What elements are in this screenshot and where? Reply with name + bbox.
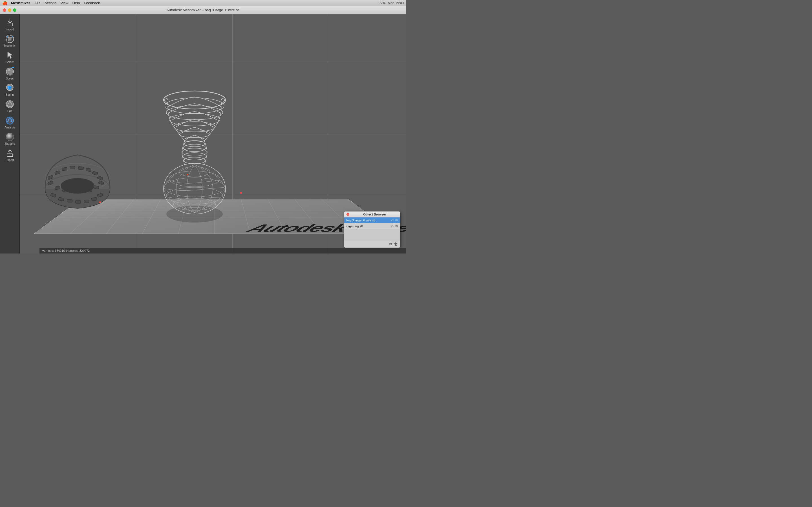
svg-rect-45: [48, 175, 53, 180]
cage-ring-object: [42, 132, 113, 220]
svg-point-7: [12, 36, 13, 38]
sidebar-item-analysis[interactable]: Analysis: [1, 114, 18, 130]
sidebar-item-edit[interactable]: Edit: [1, 98, 18, 114]
svg-point-70: [61, 178, 94, 194]
svg-point-91: [187, 174, 188, 175]
sidebar-label-shaders: Shaders: [4, 142, 15, 145]
ob-eye-icon-1[interactable]: 👁: [395, 218, 398, 222]
svg-point-15: [9, 87, 11, 89]
svg-rect-64: [75, 201, 81, 203]
ob-eye-icon-2[interactable]: 👁: [395, 224, 398, 228]
titlebar: Autodesk Meshmixer – bag 3 large .6 wire…: [0, 6, 406, 14]
menubar: 🍎 Meshmixer File Actions View Help Feedb…: [0, 0, 406, 6]
ob-copy-button[interactable]: ⧉: [389, 242, 392, 246]
svg-point-27: [6, 133, 14, 141]
analysis-icon: [5, 115, 15, 126]
sidebar-item-sculpt[interactable]: Sculpt: [1, 65, 18, 81]
sidebar-item-export[interactable]: Export: [1, 147, 18, 163]
svg-point-69: [99, 202, 101, 203]
ob-title: Object Browser: [352, 213, 398, 216]
guide-line-h1: [20, 62, 406, 62]
svg-point-6: [7, 36, 8, 38]
window-controls[interactable]: [3, 8, 16, 12]
svg-rect-53: [48, 181, 53, 185]
statusbar: vertices: 164210 triangles: 329072: [40, 248, 406, 253]
apple-menu[interactable]: 🍎: [2, 1, 8, 6]
svg-point-12: [13, 67, 14, 68]
sculpt-icon: [5, 66, 15, 76]
svg-point-84: [184, 137, 205, 142]
ob-row-2-name: cage ring.stl: [346, 224, 391, 228]
ob-empty-space: [344, 229, 400, 240]
object-browser-panel: Object Browser bag 3 large .6 wire.stl ↺…: [344, 211, 400, 248]
svg-point-92: [240, 192, 242, 194]
sidebar-label-import: Import: [6, 28, 13, 31]
stamp-icon: [5, 83, 15, 93]
maximize-button[interactable]: [13, 8, 16, 12]
ob-delete-button[interactable]: 🗑: [394, 242, 398, 246]
ob-footer: ⧉ 🗑: [344, 240, 400, 247]
menu-file[interactable]: File: [35, 1, 41, 5]
svg-point-5: [9, 38, 11, 40]
svg-rect-46: [55, 171, 60, 175]
sidebar-label-sculpt: Sculpt: [6, 77, 14, 80]
sidebar-label-select: Select: [6, 61, 14, 64]
sidebar-item-stamp[interactable]: Stamp: [1, 82, 18, 98]
svg-point-10: [8, 69, 10, 71]
menubar-right: 92% Mon 19:00: [378, 1, 404, 5]
menu-feedback[interactable]: Feedback: [84, 1, 100, 5]
svg-point-9: [6, 68, 13, 75]
svg-rect-52: [97, 176, 103, 180]
viewport[interactable]: Autodesk Ember: [20, 14, 406, 253]
svg-point-81: [182, 148, 207, 156]
svg-point-88: [166, 106, 223, 120]
svg-rect-48: [70, 166, 75, 169]
ob-row-1-name: bag 3 large .6 wire.stl: [346, 219, 391, 222]
sidebar-label-export: Export: [6, 159, 14, 162]
minimize-button[interactable]: [8, 8, 11, 12]
svg-rect-63: [67, 200, 72, 202]
sidebar-label-meshmix: Meshmix: [4, 44, 15, 47]
svg-rect-47: [62, 167, 67, 171]
sidebar-item-shaders[interactable]: Shaders: [1, 131, 18, 147]
meshmix-icon: [5, 34, 15, 44]
edit-icon: [5, 99, 15, 109]
sidebar-label-stamp: Stamp: [6, 93, 14, 96]
app-body: Import Meshmix: [0, 14, 406, 253]
app-name[interactable]: Meshmixer: [11, 1, 30, 5]
ob-row-2-icons: ↺ 👁: [391, 224, 398, 228]
ob-row-1[interactable]: bag 3 large .6 wire.stl ↺ 👁: [344, 217, 400, 223]
ob-refresh-icon-1[interactable]: ↺: [391, 218, 394, 222]
time-display: Mon 19:00: [388, 1, 404, 5]
close-button[interactable]: [3, 8, 6, 12]
sidebar-item-import[interactable]: Import: [1, 16, 18, 32]
menu-view[interactable]: View: [61, 1, 68, 5]
svg-point-82: [183, 144, 206, 152]
sidebar-item-meshmix[interactable]: Meshmix: [1, 33, 18, 48]
svg-point-86: [174, 122, 215, 132]
svg-rect-0: [7, 23, 13, 26]
ob-row-2[interactable]: cage ring.stl ↺ 👁: [344, 223, 400, 229]
ob-refresh-icon-2[interactable]: ↺: [391, 224, 394, 228]
svg-rect-66: [91, 198, 97, 201]
svg-rect-65: [84, 200, 89, 203]
shaders-icon: [5, 132, 15, 142]
export-icon: [5, 148, 15, 158]
ob-row-1-icons: ↺ 👁: [391, 218, 398, 222]
sidebar-label-edit: Edit: [7, 110, 12, 113]
menu-actions[interactable]: Actions: [45, 1, 57, 5]
import-icon: [5, 17, 15, 27]
svg-point-76: [166, 187, 223, 204]
svg-rect-50: [86, 168, 91, 172]
svg-rect-60: [98, 180, 104, 185]
menu-help[interactable]: Help: [72, 1, 80, 5]
svg-rect-28: [7, 154, 13, 157]
svg-point-74: [169, 171, 220, 187]
sidebar-item-select[interactable]: Select: [1, 49, 18, 65]
battery-indicator: 92%: [378, 1, 386, 5]
svg-marker-8: [8, 52, 13, 59]
svg-rect-51: [92, 171, 98, 175]
window-title: Autodesk Meshmixer – bag 3 large .6 wire…: [166, 8, 239, 12]
ob-close-button[interactable]: [347, 213, 349, 216]
select-icon: [5, 50, 15, 60]
